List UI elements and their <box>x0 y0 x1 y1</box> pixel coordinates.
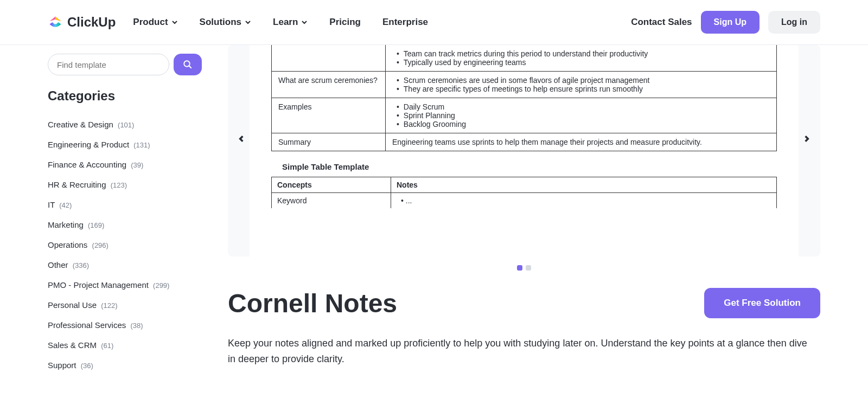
category-item[interactable]: Sales & CRM (61) <box>48 335 202 355</box>
category-item[interactable]: Other (336) <box>48 255 202 275</box>
contact-sales-link[interactable]: Contact Sales <box>631 17 692 28</box>
search-icon <box>183 60 193 69</box>
category-item[interactable]: Creative & Design (101) <box>48 114 202 134</box>
dot-1[interactable] <box>517 265 522 271</box>
svg-line-1 <box>189 66 192 68</box>
sidebar: Categories Creative & Design (101)Engine… <box>48 45 202 375</box>
search-button[interactable] <box>174 54 202 75</box>
chevron-right-icon <box>803 135 810 143</box>
carousel-dots <box>228 256 820 279</box>
categories-list: Creative & Design (101)Engineering & Pro… <box>48 114 202 375</box>
page-description: Keep your notes aligned and marked up pr… <box>228 336 808 367</box>
carousel-next[interactable] <box>800 132 814 148</box>
search-wrap <box>48 54 202 75</box>
category-item[interactable]: Professional Services (38) <box>48 315 202 335</box>
nav-solutions[interactable]: Solutions <box>200 17 251 28</box>
simple-table-title: Simple Table Template <box>271 151 777 177</box>
nav-enterprise[interactable]: Enterprise <box>382 17 428 28</box>
category-item[interactable]: Personal Use (122) <box>48 295 202 315</box>
categories-title: Categories <box>48 88 202 104</box>
category-item[interactable]: IT (42) <box>48 195 202 215</box>
content: Team can track metrics during this perio… <box>202 45 820 375</box>
chevron-left-icon <box>238 135 245 143</box>
svg-point-0 <box>184 61 190 67</box>
dot-2[interactable] <box>526 265 531 271</box>
carousel-prev[interactable] <box>234 132 248 148</box>
category-item[interactable]: Operations (296) <box>48 235 202 255</box>
carousel-slide: Team can track metrics during this perio… <box>250 45 799 256</box>
login-button[interactable]: Log in <box>768 11 820 34</box>
header-actions: Contact Sales Sign Up Log in <box>631 11 820 34</box>
nav-product[interactable]: Product <box>133 17 177 28</box>
title-row: Cornell Notes Get Free Solution <box>228 288 820 318</box>
logo-text: ClickUp <box>67 15 116 30</box>
logo-icon <box>48 15 63 30</box>
nav-learn[interactable]: Learn <box>273 17 308 28</box>
simple-table: ConceptsNotes Keyword• ... <box>271 177 777 208</box>
get-free-solution-button[interactable]: Get Free Solution <box>704 288 820 318</box>
category-item[interactable]: PMO - Project Management (299) <box>48 275 202 295</box>
chevron-down-icon <box>245 19 251 25</box>
category-item[interactable]: Support (36) <box>48 355 202 375</box>
search-input[interactable] <box>48 54 169 75</box>
category-item[interactable]: Finance & Accounting (39) <box>48 155 202 175</box>
template-carousel: Team can track metrics during this perio… <box>228 45 820 256</box>
chevron-down-icon <box>171 19 178 25</box>
notes-table: Team can track metrics during this perio… <box>271 45 777 151</box>
category-item[interactable]: HR & Recruiting (123) <box>48 175 202 195</box>
logo[interactable]: ClickUp <box>48 15 116 30</box>
category-item[interactable]: Engineering & Product (131) <box>48 134 202 155</box>
nav-pricing[interactable]: Pricing <box>329 17 361 28</box>
main-nav: Product Solutions Learn Pricing Enterpri… <box>133 17 631 28</box>
chevron-down-icon <box>301 19 308 25</box>
header: ClickUp Product Solutions Learn Pricing … <box>0 0 868 45</box>
signup-button[interactable]: Sign Up <box>701 11 760 34</box>
category-item[interactable]: Marketing (169) <box>48 215 202 235</box>
page-title: Cornell Notes <box>228 288 397 318</box>
